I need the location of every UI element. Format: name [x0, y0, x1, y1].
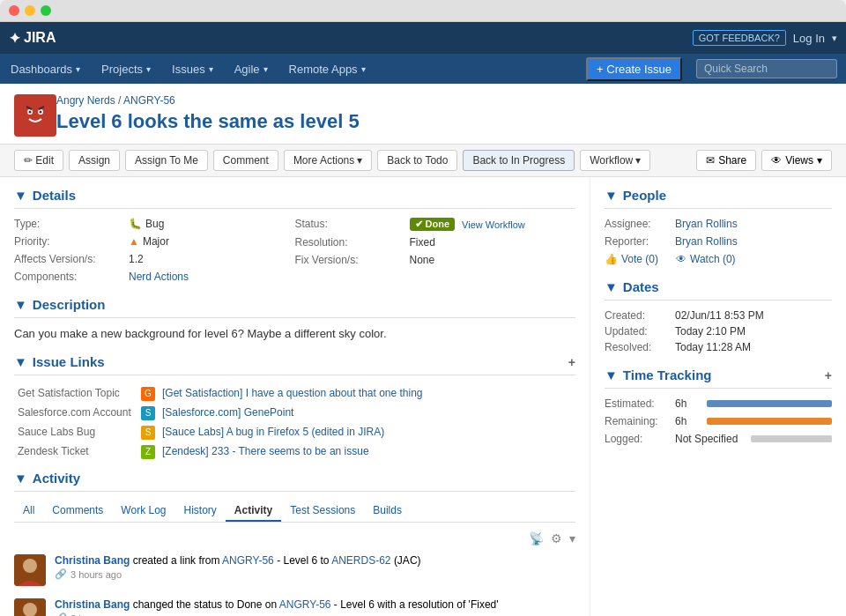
estimated-row: Estimated: 6h: [605, 397, 832, 410]
dashboards-arrow: ▾: [76, 64, 80, 74]
status-badge: ✔ Done: [410, 218, 456, 231]
details-left: Type: 🐛 Bug Priority: ▲ Major: [14, 218, 295, 288]
activity-meta: 🔗 3 hours ago: [55, 612, 575, 616]
tab-history[interactable]: History: [175, 501, 226, 522]
tab-all[interactable]: All: [14, 501, 43, 522]
time-tracking-header: ▼ Time Tracking +: [605, 367, 832, 389]
activity-tabs: All Comments Work Log History Activity T…: [14, 501, 575, 523]
people-header: ▼ People: [605, 188, 832, 209]
tab-activity[interactable]: Activity: [226, 501, 281, 522]
activity-link1[interactable]: ANGRY-56: [222, 554, 274, 567]
vote-button[interactable]: 👍 Vote (0): [605, 253, 658, 265]
tab-test-sessions[interactable]: Test Sessions: [281, 501, 364, 522]
link-type: Get Satisfaction Topic: [14, 384, 137, 404]
watch-button[interactable]: 👁 Watch (0): [676, 253, 736, 265]
add-link-icon[interactable]: +: [568, 355, 575, 369]
assign-me-button[interactable]: Assign To Me: [125, 150, 208, 171]
table-row: Sauce Labs Bug S [Sauce Labs] A bug in F…: [14, 423, 575, 442]
activity-dropdown-arrow[interactable]: ▾: [569, 531, 575, 545]
resolution-row: Resolution: Fixed: [295, 236, 576, 249]
description-section: ▼ Description Can you make a new backgro…: [14, 297, 575, 340]
resolved-row: Resolved: Today 11:28 AM: [605, 341, 832, 353]
activity-link-icon: 🔗: [55, 612, 67, 616]
tab-builds[interactable]: Builds: [364, 501, 411, 522]
nerd-actions-link[interactable]: Nerd Actions: [129, 271, 189, 283]
more-actions-button[interactable]: More Actions ▾: [284, 150, 372, 171]
login-link[interactable]: Log In: [793, 32, 825, 45]
nav-item-remote-apps[interactable]: Remote Apps ▾: [278, 54, 376, 84]
activity-author: Christina Bang: [55, 554, 130, 567]
done-icon: ✔: [415, 219, 423, 229]
table-row: Zendesk Ticket Z [Zendesk] 233 - There s…: [14, 442, 575, 462]
settings-icon[interactable]: ⚙: [551, 531, 562, 545]
people-triangle: ▼: [605, 188, 618, 203]
page-title: Level 6 looks the same as level 5: [56, 110, 360, 133]
search-input[interactable]: [696, 59, 837, 78]
eye-icon: 👁: [771, 154, 782, 167]
minimize-btn[interactable]: [25, 5, 35, 16]
nav-item-issues[interactable]: Issues ▾: [161, 54, 224, 84]
back-to-inprogress-button[interactable]: Back to In Progress: [463, 150, 575, 171]
tab-comments[interactable]: Comments: [43, 501, 112, 522]
action-bar: ✏ Edit Assign Assign To Me Comment More …: [0, 145, 846, 177]
time-tracking-triangle: ▼: [605, 367, 618, 382]
activity-tools: 📡 ⚙ ▾: [14, 530, 575, 547]
action-bar-right: ✉ Share 👁 Views ▾: [696, 150, 832, 171]
salesforce-icon: S: [141, 406, 155, 420]
feedback-button[interactable]: GOT FEEDBACK?: [693, 30, 786, 46]
assign-button[interactable]: Assign: [69, 150, 120, 171]
assignee-link[interactable]: Bryan Rollins: [675, 218, 738, 230]
add-time-icon[interactable]: +: [825, 368, 832, 382]
maximize-btn[interactable]: [41, 5, 51, 16]
saucelabs-link[interactable]: [Sauce Labs] A bug in Firefox 5 (edited …: [162, 426, 384, 438]
nav-item-dashboards[interactable]: Dashboards ▾: [0, 54, 91, 84]
top-bar-right: GOT FEEDBACK? Log In ▾: [693, 30, 837, 46]
reporter-link[interactable]: Bryan Rollins: [675, 235, 738, 248]
bug-icon: 🐛: [129, 218, 142, 230]
activity-content: Christina Bang created a link from ANGRY…: [55, 554, 575, 586]
nav-bar: Dashboards ▾ Projects ▾ Issues ▾ Agile ▾…: [0, 54, 846, 84]
breadcrumb: Angry Nerds / ANGRY-56: [56, 94, 360, 107]
type-value: 🐛 Bug: [129, 218, 164, 230]
views-button[interactable]: 👁 Views ▾: [761, 150, 832, 171]
activity-time: 3 hours ago: [70, 613, 122, 617]
main-content: ▼ Details Type: 🐛 Bug Priority:: [0, 177, 846, 616]
table-row: Salesforce.com Account S [Salesforce.com…: [14, 404, 575, 423]
details-right: Status: ✔ Done View Workflow Resolution:: [295, 218, 576, 288]
edit-button[interactable]: ✏ Edit: [14, 150, 63, 171]
svg-point-0: [19, 100, 51, 131]
zendesk-link[interactable]: [Zendesk] 233 - There seems to be an iss…: [162, 445, 369, 457]
rss-icon[interactable]: 📡: [529, 531, 544, 545]
comment-button[interactable]: Comment: [213, 150, 278, 171]
components-row: Components: Nerd Actions: [14, 271, 295, 283]
nav-item-projects[interactable]: Projects ▾: [91, 54, 161, 84]
activity-link1[interactable]: ANGRY-56: [279, 598, 331, 611]
right-panel: ▼ People Assignee: Bryan Rollins Reporte…: [590, 177, 846, 616]
jira-logo[interactable]: ✦ JIRA: [9, 30, 56, 47]
link-type: Sauce Labs Bug: [14, 423, 137, 442]
share-button[interactable]: ✉ Share: [696, 150, 756, 171]
workflow-button[interactable]: Workflow ▾: [580, 150, 650, 171]
logged-row: Logged: Not Specified: [605, 433, 832, 445]
svg-point-6: [23, 559, 37, 573]
issue-id-link[interactable]: ANGRY-56: [123, 94, 175, 107]
nav-search[interactable]: [696, 59, 837, 78]
login-dropdown-arrow[interactable]: ▾: [832, 33, 837, 44]
reporter-row: Reporter: Bryan Rollins: [605, 235, 832, 248]
create-issue-button[interactable]: + Create Issue: [586, 57, 682, 81]
project-link[interactable]: Angry Nerds: [56, 94, 115, 107]
getsatisfaction-link[interactable]: [Get Satisfaction] I have a question abo…: [162, 387, 423, 399]
link-type: Salesforce.com Account: [14, 404, 137, 423]
activity-content: Christina Bang changed the status to Don…: [55, 598, 575, 616]
activity-link2[interactable]: ANERDS-62: [331, 554, 390, 567]
view-workflow-link[interactable]: View Workflow: [462, 219, 525, 230]
salesforce-link[interactable]: [Salesforce.com] GenePoint: [162, 406, 293, 419]
project-icon: [14, 94, 56, 137]
assignee-row: Assignee: Bryan Rollins: [605, 218, 832, 230]
close-btn[interactable]: [9, 5, 19, 16]
issue-links-triangle: ▼: [14, 354, 27, 369]
nav-item-agile[interactable]: Agile ▾: [224, 54, 278, 84]
remaining-row: Remaining: 6h: [605, 415, 832, 427]
back-to-todo-button[interactable]: Back to Todo: [377, 150, 457, 171]
tab-worklog[interactable]: Work Log: [112, 501, 174, 522]
